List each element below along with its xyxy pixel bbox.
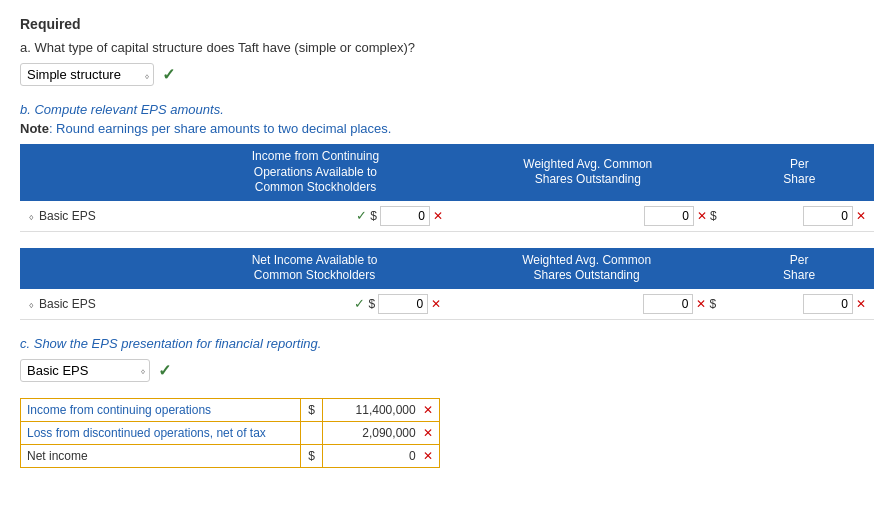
table2-col3-header: PerShare [724, 248, 874, 289]
table1-col1-header: Income from ContinuingOperations Availab… [180, 144, 451, 201]
row1-controls: ⬨ Basic EPS [28, 209, 172, 223]
row1-col1-cell: ✓ $ ✕ [180, 201, 451, 232]
eps-table-1: Income from ContinuingOperations Availab… [20, 144, 874, 232]
question-a-label: a. What type of capital structure does T… [20, 40, 415, 55]
c-row3-dollar: $ [300, 444, 323, 467]
c-row2-value: 2,090,000 [362, 426, 415, 440]
c-row-3: Net income $ 0 ✕ [21, 444, 440, 467]
row2-col2-dollar: $ [709, 297, 716, 311]
question-c-check-icon: ✓ [158, 361, 171, 380]
question-a-answer-row: Simple structure Complex structure ✓ [20, 63, 874, 86]
row2-col2-x-icon[interactable]: ✕ [696, 297, 706, 311]
table2-col0-header [20, 248, 180, 289]
row1-col2-input[interactable] [644, 206, 694, 226]
row2-col1-input[interactable] [378, 294, 428, 314]
required-title: Required [20, 16, 874, 32]
table1-col2-header: Weighted Avg. CommonShares Outstanding [451, 144, 725, 201]
row1-col3-group: ✕ [733, 206, 866, 226]
c-row1-x-icon[interactable]: ✕ [423, 403, 433, 417]
c-row2-amount: 2,090,000 ✕ [323, 421, 440, 444]
question-b-label: b. Compute relevant EPS amounts. [20, 102, 874, 117]
question-c-text: c. Show the EPS presentation for financi… [20, 336, 321, 351]
row2-col1-x-icon[interactable]: ✕ [431, 297, 441, 311]
row1-col3-cell: ✕ [725, 201, 874, 232]
note-line: Note: Round earnings per share amounts t… [20, 121, 874, 136]
row2-col2-cell: ✕ $ [449, 289, 724, 320]
row1-col3-input[interactable] [803, 206, 853, 226]
capital-structure-select[interactable]: Simple structure Complex structure [20, 63, 154, 86]
c-row3-label: Net income [21, 444, 301, 467]
row2-col1-check: ✓ [354, 296, 365, 311]
row2-col1-cell: ✓ $ ✕ [180, 289, 449, 320]
c-row1-label: Income from continuing operations [21, 398, 301, 421]
row2-col2-group: ✕ $ [457, 294, 716, 314]
row1-col2-group: ✕ $ [459, 206, 717, 226]
row1-col1-group: ✓ $ ✕ [188, 206, 443, 226]
c-row3-x-icon[interactable]: ✕ [423, 449, 433, 463]
row2-col1-dollar: $ [368, 297, 375, 311]
table-row: ⬨ Basic EPS ✓ $ ✕ ✕ $ [20, 289, 874, 320]
row2-col2-input[interactable] [643, 294, 693, 314]
c-row2-x-icon[interactable]: ✕ [423, 426, 433, 440]
question-a-check-icon: ✓ [162, 65, 175, 84]
row1-label: Basic EPS [39, 209, 96, 223]
row1-col1-x-icon[interactable]: ✕ [433, 209, 443, 223]
c-row1-value: 11,400,000 [356, 403, 416, 417]
c-row3-amount: 0 ✕ [323, 444, 440, 467]
row1-col2-x-icon[interactable]: ✕ [697, 209, 707, 223]
row2-col3-input[interactable] [803, 294, 853, 314]
row2-col3-x-icon[interactable]: ✕ [856, 297, 866, 311]
table1-col3-header: PerShare [725, 144, 874, 201]
question-c-answer-row: Basic EPS Diluted EPS ✓ [20, 359, 874, 382]
row2-col3-group: ✕ [732, 294, 866, 314]
row2-label: Basic EPS [39, 297, 96, 311]
c-row-1: Income from continuing operations $ 11,4… [21, 398, 440, 421]
c-row2-label: Loss from discontinued operations, net o… [21, 421, 301, 444]
c-row1-amount: 11,400,000 ✕ [323, 398, 440, 421]
table2-col1-header: Net Income Available toCommon Stockholde… [180, 248, 449, 289]
row1-col1-dollar: $ [370, 209, 377, 223]
c-row1-dollar: $ [300, 398, 323, 421]
question-a-text: a. What type of capital structure does T… [20, 40, 874, 55]
eps-type-select-wrapper[interactable]: Basic EPS Diluted EPS [20, 359, 150, 382]
c-row-2: Loss from discontinued operations, net o… [21, 421, 440, 444]
c-table: Income from continuing operations $ 11,4… [20, 398, 440, 468]
row1-col1-check: ✓ [356, 208, 367, 223]
row1-col3-x-icon[interactable]: ✕ [856, 209, 866, 223]
row1-col2-dollar: $ [710, 209, 717, 223]
eps-table-2: Net Income Available toCommon Stockholde… [20, 248, 874, 320]
eps-type-select[interactable]: Basic EPS Diluted EPS [20, 359, 150, 382]
table-row: ⬨ Basic EPS ✓ $ ✕ ✕ $ [20, 201, 874, 232]
table1-col0-header [20, 144, 180, 201]
row1-label-cell: ⬨ Basic EPS [20, 201, 180, 232]
row2-col1-group: ✓ $ ✕ [188, 294, 441, 314]
row2-col3-cell: ✕ [724, 289, 874, 320]
note-text: : Round earnings per share amounts to tw… [49, 121, 392, 136]
row2-updown-icon[interactable]: ⬨ [28, 298, 35, 310]
question-b-text: b. Compute relevant EPS amounts. [20, 102, 224, 117]
note-strong: Note [20, 121, 49, 136]
c-row2-dollar [300, 421, 323, 444]
row1-col1-input[interactable] [380, 206, 430, 226]
row2-label-cell: ⬨ Basic EPS [20, 289, 180, 320]
capital-structure-select-wrapper[interactable]: Simple structure Complex structure [20, 63, 154, 86]
required-section: Required a. What type of capital structu… [20, 16, 874, 468]
table2-col2-header: Weighted Avg. CommonShares Outstanding [449, 248, 724, 289]
c-row3-value: 0 [409, 449, 416, 463]
row2-controls: ⬨ Basic EPS [28, 297, 172, 311]
row1-updown-icon[interactable]: ⬨ [28, 210, 35, 222]
question-c-label: c. Show the EPS presentation for financi… [20, 336, 874, 351]
row1-col2-cell: ✕ $ [451, 201, 725, 232]
